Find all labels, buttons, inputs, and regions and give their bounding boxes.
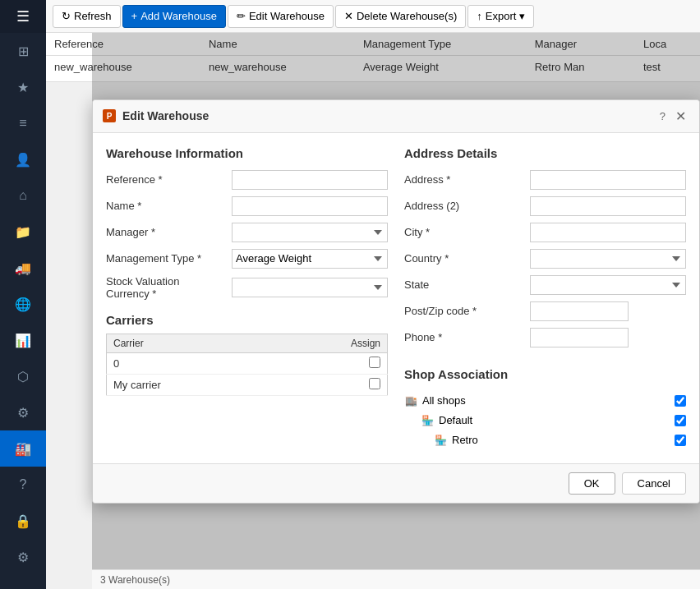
carrier-assign-1 bbox=[271, 374, 388, 395]
orders-icon: ≡ bbox=[19, 116, 26, 131]
delete-icon: ✕ bbox=[344, 10, 353, 22]
address-section: Address Details Address * Address (2) Ci… bbox=[404, 146, 686, 354]
currency-select[interactable] bbox=[232, 278, 388, 297]
menu-toggle[interactable]: ☰ bbox=[0, 0, 46, 33]
modal-help-button[interactable]: ? bbox=[653, 108, 672, 124]
shop-item-retro: 🏪 Retro bbox=[404, 430, 686, 450]
sidebar-item-help[interactable]: ? bbox=[0, 467, 46, 503]
truck-icon: 🚚 bbox=[15, 260, 31, 276]
sidebar-item-home[interactable]: ⌂ bbox=[0, 177, 46, 214]
management-type-select[interactable]: Average Weight FIFO LIFO bbox=[232, 249, 388, 269]
sidebar-item-warehouse[interactable]: 🏭 bbox=[0, 430, 46, 467]
shop-association-section: Shop Association 🏬 All shops 🏪 Default bbox=[404, 367, 686, 450]
sidebar-item-stats[interactable]: 📊 bbox=[0, 322, 46, 358]
country-label: Country * bbox=[404, 252, 523, 265]
sidebar-item-catalog[interactable]: 📁 bbox=[0, 214, 46, 250]
postzip-label: Post/Zip code * bbox=[404, 305, 523, 317]
address-row: Address * bbox=[404, 170, 686, 190]
phone-label: Phone * bbox=[404, 331, 523, 343]
postzip-row: Post/Zip code * bbox=[404, 301, 686, 321]
modal-left-panel: Warehouse Information Reference * Name *… bbox=[106, 146, 388, 450]
catalog-icon: 📁 bbox=[15, 224, 31, 240]
ok-button[interactable]: OK bbox=[569, 472, 615, 495]
refresh-button[interactable]: ↻ Refresh bbox=[53, 5, 121, 28]
toolbar: ↻ Refresh + Add Warehouse ✏ Edit Warehou… bbox=[46, 0, 700, 33]
address2-input[interactable] bbox=[530, 196, 686, 216]
postzip-input[interactable] bbox=[530, 301, 629, 321]
modal-title: Edit Warehouse bbox=[122, 109, 653, 122]
sidebar: ☰ ⊞ ★ ≡ 👤 ⌂ 📁 🚚 🌐 📊 ⬡ ⚙ 🏭 ? 🔒 ⚙ bbox=[0, 0, 46, 589]
sidebar-item-modules[interactable]: ⬡ bbox=[0, 358, 46, 394]
shop-item-default: 🏪 Default bbox=[404, 411, 686, 430]
carrier-name-1: My carrier bbox=[107, 374, 271, 395]
default-shop-icon: 🏪 bbox=[421, 414, 434, 427]
retro-shop-label: Retro bbox=[452, 434, 675, 446]
delete-warehouse-label: Delete Warehouse(s) bbox=[357, 10, 457, 22]
city-label: City * bbox=[404, 226, 523, 238]
sidebar-item-dashboard[interactable]: ⊞ bbox=[0, 33, 46, 69]
modal-overlay: P Edit Warehouse ? ✕ Warehouse Informati… bbox=[92, 33, 700, 569]
sidebar-item-advanced[interactable]: ⚙ bbox=[0, 394, 46, 430]
manager-select[interactable] bbox=[232, 223, 388, 242]
reference-input[interactable] bbox=[232, 170, 388, 190]
cancel-button[interactable]: Cancel bbox=[622, 472, 686, 495]
puzzle-icon: ⬡ bbox=[17, 369, 29, 384]
carrier-checkbox-1[interactable] bbox=[369, 378, 380, 389]
sliders-icon: ⚙ bbox=[17, 405, 29, 421]
address-title: Address Details bbox=[404, 146, 686, 160]
all-shops-checkbox[interactable] bbox=[675, 395, 686, 407]
add-warehouse-button[interactable]: + Add Warehouse bbox=[122, 5, 226, 28]
name-row: Name * bbox=[106, 196, 388, 216]
default-shop-label: Default bbox=[439, 414, 675, 426]
shop-association-title: Shop Association bbox=[404, 367, 686, 381]
city-row: City * bbox=[404, 223, 686, 242]
sidebar-item-international[interactable]: 🌐 bbox=[0, 286, 46, 322]
sidebar-item-customers[interactable]: 👤 bbox=[0, 141, 46, 177]
chart-icon: 📊 bbox=[15, 333, 31, 348]
lock-icon: 🔒 bbox=[15, 513, 31, 529]
warehouse-info-section: Warehouse Information Reference * Name *… bbox=[106, 146, 388, 306]
sidebar-item-orders[interactable]: ≡ bbox=[0, 105, 46, 141]
country-row: Country * bbox=[404, 249, 686, 269]
edit-warehouse-label: Edit Warehouse bbox=[249, 10, 325, 22]
city-input[interactable] bbox=[530, 223, 686, 242]
modal-footer: OK Cancel bbox=[93, 463, 699, 503]
edit-warehouse-modal: P Edit Warehouse ? ✕ Warehouse Informati… bbox=[92, 99, 700, 504]
phone-input[interactable] bbox=[530, 328, 629, 347]
default-shop-checkbox[interactable] bbox=[675, 415, 686, 426]
address2-row: Address (2) bbox=[404, 196, 686, 216]
address-input[interactable] bbox=[530, 170, 686, 190]
shop-item-all: 🏬 All shops bbox=[404, 391, 686, 411]
export-icon: ↑ bbox=[477, 10, 482, 22]
name-label: Name * bbox=[106, 200, 225, 212]
reference-row: Reference * bbox=[106, 170, 388, 190]
state-select[interactable] bbox=[530, 275, 686, 295]
warehouse-active-icon: 🏭 bbox=[15, 441, 31, 457]
delete-warehouse-button[interactable]: ✕ Delete Warehouse(s) bbox=[335, 5, 466, 28]
sidebar-item-lock[interactable]: 🔒 bbox=[0, 503, 46, 539]
phone-row: Phone * bbox=[404, 328, 686, 347]
carrier-row-1: My carrier bbox=[107, 374, 388, 395]
modal-header: P Edit Warehouse ? ✕ bbox=[93, 100, 699, 133]
sidebar-item-shipping[interactable]: 🚚 bbox=[0, 250, 46, 286]
export-label: Export bbox=[486, 10, 517, 22]
help-icon: ? bbox=[20, 477, 27, 492]
export-chevron-icon: ▾ bbox=[519, 10, 525, 22]
star-icon: ★ bbox=[17, 80, 29, 95]
export-button[interactable]: ↑ Export ▾ bbox=[467, 5, 534, 28]
modal-close-button[interactable]: ✕ bbox=[672, 107, 689, 126]
carrier-checkbox-0[interactable] bbox=[369, 357, 380, 368]
edit-warehouse-button[interactable]: ✏ Edit Warehouse bbox=[228, 5, 334, 28]
currency-label: Stock Valuation Currency * bbox=[106, 275, 225, 300]
name-input[interactable] bbox=[232, 196, 388, 216]
state-row: State bbox=[404, 275, 686, 295]
retro-shop-icon: 🏪 bbox=[434, 434, 447, 447]
sidebar-item-settings[interactable]: ⚙ bbox=[0, 539, 46, 575]
management-type-label: Management Type * bbox=[106, 252, 225, 265]
state-label: State bbox=[404, 278, 523, 291]
country-select[interactable] bbox=[530, 249, 686, 269]
retro-shop-checkbox[interactable] bbox=[675, 435, 686, 446]
sidebar-item-favorites[interactable]: ★ bbox=[0, 69, 46, 105]
carrier-row-0: 0 bbox=[107, 352, 388, 374]
status-text: 3 Warehouse(s) bbox=[100, 574, 170, 586]
